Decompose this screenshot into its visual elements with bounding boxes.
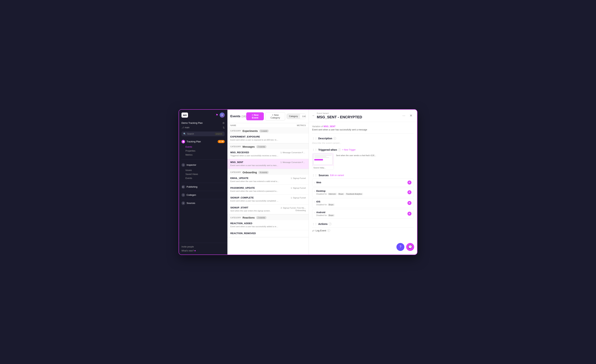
avatar[interactable]: U <box>220 112 225 118</box>
divider-1 <box>181 159 225 160</box>
event-row-password-update[interactable]: PASSWORD_UPDATE Event sent when the user… <box>227 185 309 194</box>
description-title: Description <box>318 137 332 140</box>
cat-name-reactions: Reactions <box>243 216 255 219</box>
inspector-section-header[interactable]: ◎ Inspector <box>179 162 227 168</box>
actions-info-icon[interactable]: i <box>328 223 331 225</box>
event-metrics <box>280 135 306 136</box>
sidebar-item-events[interactable]: Events <box>186 145 227 149</box>
branch-icon: ⎇ <box>181 126 184 129</box>
source-row-android[interactable]: › Android Disabled for Braze P <box>312 209 414 219</box>
log-event-label: Log Event <box>316 229 326 232</box>
more-button[interactable]: ⋯ <box>401 113 407 118</box>
col-headers: NAME METRICS <box>227 123 309 128</box>
variation-label: Variation of MSG_SENT <box>312 125 414 128</box>
triggered-info-icon[interactable]: i <box>338 148 341 151</box>
chat-button[interactable]: 💬 <box>406 243 414 251</box>
event-row-experiment-exposure[interactable]: EXPERIMENT_EXPOSURE Event sent when a us… <box>227 134 309 143</box>
codegen-section-header[interactable]: ⊙ Codegen <box>179 192 227 198</box>
sidebar-header: avo ⚑ U <box>179 110 227 120</box>
cat-count-onboarding: 4 events <box>258 171 269 174</box>
event-row-email-update[interactable]: EMAIL_UPDATE Event sent when the user ha… <box>227 175 309 185</box>
publishing-label: Publishing <box>186 186 225 188</box>
event-row-reaction-removed[interactable]: REACTION_REMOVED <box>227 230 309 237</box>
col-name-header: NAME <box>230 124 280 126</box>
event-desc: Triggered when a user successfully recei… <box>230 154 279 157</box>
tracking-plan-label: Tracking Plan <box>186 140 216 143</box>
mockup-button <box>314 159 323 160</box>
new-trigger-button[interactable]: + New Trigger <box>342 149 356 151</box>
source-info-ios: iOS Disabled for Braze <box>316 200 335 206</box>
sources-section-header[interactable]: ⊕ Sources <box>179 200 227 206</box>
cat-name-onboarding: Onboarding <box>243 171 257 174</box>
log-event-arrows-icon: ⇄ <box>312 229 314 232</box>
cat-label-messages: CATEGORY <box>230 146 241 148</box>
back-button[interactable]: ← <box>312 114 315 117</box>
source-info-desktop: Desktop Disabled for Intercom Braze Face… <box>316 190 363 195</box>
event-row-signup-complete[interactable]: SIGNUP_COMPLETE Event sent when a user h… <box>227 194 309 204</box>
source-name-desktop: Desktop <box>316 190 363 192</box>
sidebar-item-properties[interactable]: Properties <box>186 149 227 153</box>
category-messages-header: CATEGORY Messages 2 events <box>227 143 309 149</box>
view-list-button[interactable]: List <box>300 114 306 119</box>
event-info: EMAIL_UPDATE Event sent when the user ha… <box>230 177 280 183</box>
divider-2 <box>181 183 225 183</box>
event-row-signup-start[interactable]: SIGNUP_START Sent when the user enters t… <box>227 204 309 214</box>
source-left-desktop: › Desktop Disabled for Intercom Braze Fa… <box>314 190 363 195</box>
cat-label-experiments: CATEGORY <box>230 130 241 132</box>
source-left-web: › Web <box>314 181 321 184</box>
events-count: (16) <box>242 115 246 118</box>
logo: avo <box>181 112 188 118</box>
gear-icon[interactable]: ⚙ <box>222 122 225 125</box>
sidebar-item-issues[interactable]: Issues <box>186 168 227 172</box>
source-row-ios[interactable]: › iOS Disabled for Braze P <box>312 198 414 208</box>
new-category-button[interactable]: + New Category <box>265 112 285 120</box>
variation-of-link[interactable]: MSG_SENT <box>323 125 335 128</box>
event-metrics: 1: Signup Funnel <box>280 196 306 199</box>
codegen-label: Codegen <box>186 193 225 196</box>
log-event-info-icon[interactable]: i <box>327 229 330 232</box>
event-row-reaction-added[interactable]: REACTION_ADDED Event sent when a user ha… <box>227 220 309 230</box>
help-button[interactable]: ? <box>396 243 404 251</box>
description-placeholder[interactable]: Describe the event variant... <box>312 142 414 144</box>
whats-new-link[interactable]: What's new? <box>181 249 225 253</box>
source-name-ios: iOS <box>316 200 335 203</box>
tag-facebook: Facebook Analytics <box>345 193 363 195</box>
event-row-msg-sent[interactable]: MSG_SENT Event sent when a user has succ… <box>227 159 309 169</box>
branch-sort-icon[interactable]: ⇅ <box>223 126 225 129</box>
source-left-ios: › iOS Disabled for Braze <box>314 200 335 206</box>
source-badge-ios: P <box>408 201 411 205</box>
new-event-button[interactable]: + New Event <box>246 112 264 120</box>
float-btns: ? 💬 <box>396 243 414 251</box>
trigger-card[interactable]: Source Indep... <box>312 153 334 170</box>
source-row-web[interactable]: › Web P <box>312 178 414 186</box>
source-chevron-desktop: › <box>314 190 315 193</box>
source-badge-android: P <box>408 212 411 216</box>
detail-title-variant: ENCRYPTED <box>340 115 362 119</box>
sidebar-item-saved-views[interactable]: Saved Views <box>186 172 227 176</box>
event-row-msg-received[interactable]: MSG_RECEIVED Triggered when a user succe… <box>227 149 309 159</box>
triggered-when-section: ⋮⋮ Triggered when i + New Trigger <box>312 148 414 170</box>
category-experiments: CATEGORY Experiments 1 event EXPERIMENT_… <box>227 128 309 143</box>
source-chevron-web: › <box>314 181 315 184</box>
tracking-plan-sub-items: Events Properties Metrics <box>179 145 227 158</box>
event-name: MSG_SENT <box>230 161 280 163</box>
flag-icon[interactable]: ⚑ <box>216 113 218 117</box>
sidebar-item-metrics[interactable]: Metrics <box>186 153 227 157</box>
tracking-plan-row: Demo Tracking Plan ⚙ <box>179 120 227 126</box>
description-info-icon[interactable]: i <box>333 137 336 140</box>
events-title: Events (16) <box>230 114 246 118</box>
publishing-section-header[interactable]: ▶ Publishing <box>179 184 227 190</box>
close-button[interactable]: ✕ <box>408 113 414 118</box>
trigger-card-image <box>312 153 334 166</box>
view-category-button[interactable]: Category <box>287 114 300 119</box>
sources-label: Sources <box>186 202 225 204</box>
sidebar-item-inspector-events[interactable]: Events <box>186 176 227 180</box>
event-desc: Event sent when a user has successfully … <box>230 225 279 228</box>
search-box[interactable]: 🔍 Search cmd+K <box>181 132 225 136</box>
source-row-desktop[interactable]: › Desktop Disabled for Intercom Braze Fa… <box>312 188 414 197</box>
invite-people-link[interactable]: Invite people <box>181 245 225 249</box>
category-messages: CATEGORY Messages 2 events MSG_RECEIVED … <box>227 143 309 169</box>
tracking-plan-section-header[interactable]: ▦ Tracking Plan ⚠ 18 <box>179 139 227 145</box>
inspector-section: ◎ Inspector Issues Saved Views Events <box>179 161 227 182</box>
edit-on-variant-button[interactable]: Edit on variant <box>330 174 344 177</box>
